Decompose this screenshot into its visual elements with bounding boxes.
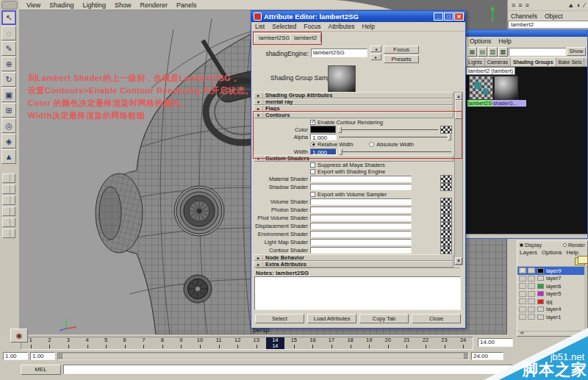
texture-icon[interactable]: ▧ [488,47,498,57]
shader-field[interactable] [310,247,412,254]
section-flags[interactable]: ▸ Flags [254,105,453,112]
frame-24[interactable]: 24 [453,337,473,349]
close-button[interactable]: ✕ [454,12,464,21]
time-slider[interactable]: 1234567891011121314141516171819202122232… [21,337,473,350]
display-toggle-icon[interactable]: ◐ [576,1,582,9]
channel-box-node-name[interactable]: lambert2 [508,21,588,29]
layout-button[interactable] [2,229,15,238]
frame-7[interactable]: 7 [134,337,153,349]
shading-panel-scroll-strip[interactable] [466,234,587,238]
contour-color-slider[interactable] [338,126,438,133]
layout-button[interactable] [2,196,15,205]
map-button[interactable] [440,126,452,134]
footer-button[interactable]: Close [412,314,461,323]
frame-9[interactable]: 9 [172,337,191,349]
alpha-field[interactable]: 1.000 [310,134,337,140]
map-button[interactable] [440,222,452,230]
layer-visibility-toggle[interactable] [519,283,526,289]
anim-pref-button[interactable]: ◉ [10,329,28,343]
connection-in-button[interactable]: ◂ [370,46,381,52]
map-button[interactable] [440,214,452,222]
enable-contour-checkbox[interactable] [310,120,315,125]
layer-mode-toggle[interactable] [528,291,535,297]
shader-field[interactable] [310,207,412,213]
section-node-behavior[interactable]: ▸ Node Behavior [254,254,453,261]
show-button[interactable]: Show [567,47,586,56]
rotate-tool[interactable]: ↻ [1,72,16,87]
focus-button[interactable]: Focus [384,46,419,54]
section-shading-group-attributes[interactable]: ▸ Shading Group Attributes [254,92,453,98]
shading-tab-projects[interactable]: Projects [584,57,587,66]
show-manip-tool[interactable]: ◈ [1,134,16,148]
frame-8[interactable]: 8 [153,337,172,349]
layer-color-swatch[interactable] [537,291,544,296]
layer-color-swatch[interactable] [537,284,544,289]
attribute-editor-menu-item[interactable]: Help [358,23,378,30]
frame-17[interactable]: 17 [322,337,341,349]
frame-18[interactable]: 18 [341,337,360,349]
footer-button[interactable]: Load Attributes [307,314,356,323]
shading-tab-shading-groups[interactable]: Shading Groups [511,57,556,66]
frame-12[interactable]: 12 [228,337,247,349]
shading-tab-bake-sets[interactable]: Bake Sets [556,57,585,66]
layout-button[interactable] [2,207,15,216]
layer-visibility-toggle[interactable] [519,314,526,320]
layer-color-swatch[interactable] [537,276,544,281]
alpha-slider[interactable] [339,133,451,140]
grid-icon[interactable]: ▩ [498,47,508,57]
frame-20[interactable]: 20 [379,337,398,349]
layer-row-layer6[interactable]: layer6 [517,282,584,290]
render-radio[interactable] [563,243,567,247]
frame-19[interactable]: 19 [359,337,379,349]
range-start-field[interactable]: 1.00 [3,352,28,360]
frame-13[interactable]: 13 [247,337,266,349]
attribute-editor-menu-item[interactable]: List [251,23,268,30]
filter-input[interactable] [509,48,566,56]
layer-row-layer4[interactable]: layer4 [517,306,584,314]
range-slider[interactable] [57,352,469,360]
layer-visibility-toggle[interactable]: V [519,268,526,273]
layout-button[interactable] [2,184,15,194]
footer-button[interactable]: Copy Tab [359,314,409,323]
shading-tab-lights[interactable]: Lights [466,57,485,66]
width-field[interactable]: 1.000 [310,148,337,155]
width-slider[interactable] [339,148,451,155]
shading-engine-field[interactable]: lambert2SG [311,49,368,57]
layer-color-swatch[interactable] [537,268,544,273]
frame-2[interactable]: 2 [40,337,60,349]
new-layer-icon[interactable] [575,257,585,265]
scale-tool[interactable]: ▣ [1,87,16,102]
frame-5[interactable]: 5 [96,337,115,349]
layer-row-layer7[interactable]: layer7 [517,275,584,283]
range-handle-left[interactable] [59,354,62,359]
layers-menu-item[interactable]: Options [542,249,562,256]
frame-11[interactable]: 11 [209,337,229,349]
map-button[interactable] [440,206,452,214]
channel-list-icon[interactable]: ≡ [524,1,531,9]
channel-box-menu-item[interactable]: Channels [511,12,537,20]
shader-field[interactable] [310,176,412,182]
frame-3[interactable]: 3 [59,337,78,349]
section-extra-attributes[interactable]: ▸ Extra Attributes [254,261,453,268]
layers-menu-item[interactable]: Layers [520,249,537,256]
relative-width-radio[interactable] [310,142,315,147]
sort-icon[interactable]: ▤ [478,47,487,57]
layer-row-layer1[interactable]: layer1 [517,313,584,321]
channel-list-icon[interactable]: ≡ [517,1,523,9]
shading-panel-menu-item[interactable]: Help [495,37,514,45]
restore-button[interactable]: □ [444,12,453,21]
shading-group-sample-swatch[interactable] [328,65,356,93]
attribute-editor-menu-item[interactable]: Selected [268,23,300,30]
range-handle-right[interactable] [464,354,467,359]
layer-color-swatch[interactable] [537,299,544,304]
scroll-down-icon[interactable]: ▼ [455,257,462,265]
layer-mode-toggle[interactable] [528,314,535,320]
map-button[interactable] [440,175,452,183]
shader-field[interactable] [310,215,412,221]
shader-field[interactable] [310,198,412,205]
move-tool[interactable]: ⊕ [1,57,16,71]
attribute-editor-menu-item[interactable]: Attributes [324,23,358,30]
minimize-button[interactable]: _ [434,12,443,21]
shader-field[interactable] [310,239,412,245]
channel-list-icon[interactable]: ≡ [510,1,517,9]
